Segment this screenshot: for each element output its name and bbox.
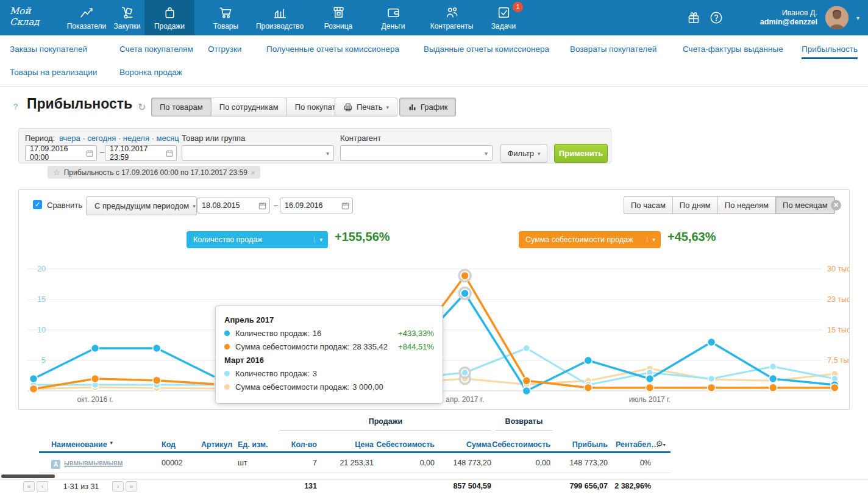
series1-select[interactable]: Количество продаж ▾: [187, 231, 328, 248]
column-header-unit[interactable]: Ед. изм.: [238, 440, 268, 449]
gift-icon[interactable]: [686, 10, 701, 25]
compare-mode-select[interactable]: С предыдущим периодом ▾: [86, 196, 197, 215]
subnav-item-row2-2[interactable]: Воронка продаж: [119, 63, 182, 82]
period-date-to-input[interactable]: 17.10.2017 23:59: [105, 145, 177, 161]
topnav-item-label: Закупки: [114, 22, 141, 30]
subnav-item-6[interactable]: Возвраты покупателей: [570, 40, 656, 59]
calendar-icon[interactable]: [258, 202, 266, 210]
topnav-item-label: Контрагенты: [430, 22, 474, 30]
column-header-price[interactable]: Цена: [317, 440, 374, 449]
apply-button[interactable]: Применить: [554, 144, 608, 163]
last-page-button[interactable]: »: [126, 481, 137, 492]
chip-close-icon[interactable]: ×: [251, 169, 255, 176]
calendar-icon[interactable]: [166, 149, 173, 157]
print-button[interactable]: Печать ▾: [335, 98, 397, 116]
granularity-button-3[interactable]: По неделям: [717, 196, 775, 214]
topnav-item-label: Задачи: [491, 22, 516, 30]
row-cell-price: 21 253,31: [317, 459, 374, 467]
column-header-rcost[interactable]: Себестоимость: [491, 440, 550, 449]
subnav-item-row2-1[interactable]: Товары на реализации: [10, 63, 97, 82]
next-page-button[interactable]: ›: [112, 481, 124, 492]
period-date-from-input[interactable]: 17.09.2016 00:00: [25, 145, 97, 161]
subnav-item-8[interactable]: Прибыльность: [802, 40, 858, 59]
compare-date-from-input[interactable]: 18.08.2015: [197, 198, 270, 213]
row-cell-rent: 0%: [608, 459, 651, 467]
subnav-item-1[interactable]: Заказы покупателей: [10, 40, 87, 59]
tooltip-row: Сумма себестоимости продаж:28 335,42+844…: [224, 342, 434, 351]
tooltip-row-pct: +433,33%: [398, 329, 434, 338]
user-name: Иванов Д.: [760, 9, 817, 18]
row-cell-sum: 148 773,20: [430, 459, 491, 467]
view-button-1[interactable]: По товарам: [151, 98, 211, 116]
topnav-item-retail[interactable]: Розница: [316, 0, 361, 35]
topnav-item-sales[interactable]: Продажи: [144, 0, 194, 35]
chart-toggle-button[interactable]: График: [399, 98, 456, 116]
tooltip-row-value: 3 000,00: [352, 382, 383, 392]
topnav-item-metrics[interactable]: Показатели: [63, 0, 110, 35]
topnav-item-tasks[interactable]: Задачи1: [483, 0, 524, 35]
compare-checkbox[interactable]: ✓: [33, 200, 42, 209]
column-header-sum[interactable]: Сумма: [430, 440, 491, 449]
prev-page-button[interactable]: ‹: [37, 481, 48, 492]
topnav-item-money[interactable]: Деньги: [372, 0, 414, 35]
column-header-art[interactable]: Артикул: [201, 440, 232, 449]
row-cell-rcost: 0,00: [491, 459, 550, 467]
topnav-item-production[interactable]: Производство: [251, 0, 309, 35]
total-qty: 131: [268, 482, 317, 490]
svg-text:7,5 тыс.: 7,5 тыс.: [827, 356, 849, 365]
user-block[interactable]: Иванов Д. admin@denzzel: [760, 9, 817, 27]
column-header-profit[interactable]: Прибыль: [549, 440, 608, 449]
column-header-qty[interactable]: Кол-во: [268, 440, 317, 449]
sales-subnav: Заказы покупателейСчета покупателямОтгру…: [0, 35, 868, 87]
tooltip-row-value: 28 335,42: [352, 342, 388, 351]
subnav-item-2[interactable]: Счета покупателям: [119, 40, 193, 59]
subnav-item-5[interactable]: Выданные отчеты комиссионера: [424, 40, 549, 59]
user-menu-caret-icon[interactable]: ▾: [856, 15, 859, 21]
saved-filter-chip[interactable]: ☆ Прибыльность с 17.09.2016 00:00 по 17.…: [48, 166, 260, 179]
subnav-item-7[interactable]: Счета-фактуры выданные: [683, 40, 783, 59]
topnav-item-goods[interactable]: Товары: [201, 0, 251, 35]
bar-chart-icon: [408, 102, 417, 112]
product-select[interactable]: ▾: [182, 145, 334, 161]
period-link-2[interactable]: сегодня: [87, 134, 116, 143]
period-link-1[interactable]: вчера: [59, 134, 80, 143]
counterparty-label: Контрагент: [340, 134, 381, 143]
counterparty-select[interactable]: ▾: [340, 145, 493, 161]
column-header-name[interactable]: Наименование▼: [51, 440, 114, 449]
filter-button[interactable]: Фильтр ▾: [500, 144, 547, 163]
tooltip-row: Количество продаж:3: [224, 369, 434, 378]
period-link-4[interactable]: месяц: [157, 134, 179, 143]
subnav-item-3[interactable]: Отгрузки: [208, 40, 241, 59]
granularity-button-1[interactable]: По часам: [624, 196, 672, 214]
svg-text:апр. 2017 г.: апр. 2017 г.: [446, 395, 484, 404]
granularity-button-2[interactable]: По дням: [672, 196, 717, 214]
period-link-3[interactable]: неделя: [123, 134, 149, 143]
view-button-2[interactable]: По сотрудникам: [211, 98, 286, 116]
compare-date-to-input[interactable]: 16.09.2016: [280, 198, 353, 213]
series2-select[interactable]: Сумма себестоимости продаж ▾: [519, 231, 661, 248]
row-cell-unit: шт: [238, 459, 247, 467]
calendar-icon[interactable]: [341, 202, 349, 210]
item-name-link[interactable]: ывмывмывмывм: [64, 459, 123, 467]
series-dot-icon: [224, 331, 230, 336]
column-header-cost[interactable]: Себестоимость: [374, 440, 435, 449]
title-help-icon[interactable]: ?: [13, 102, 18, 111]
moysklad-logo[interactable]: Мой Склад: [10, 5, 40, 27]
refresh-icon[interactable]: ↻: [138, 101, 146, 113]
horizontal-scrollbar[interactable]: [1, 474, 55, 478]
first-page-button[interactable]: «: [23, 481, 35, 492]
star-icon[interactable]: ☆: [53, 168, 60, 177]
column-header-code[interactable]: Код: [162, 440, 176, 449]
calendar-icon[interactable]: [86, 149, 93, 157]
column-header-rent[interactable]: Рентабел…: [616, 440, 659, 449]
topnav-item-purchases[interactable]: Закупки: [110, 0, 144, 35]
tooltip-row-value: 16: [313, 329, 321, 338]
topnav-item-partners[interactable]: Контрагенты: [424, 0, 480, 35]
avatar[interactable]: [825, 6, 848, 29]
column-settings-gear-icon[interactable]: ⚙▾: [656, 439, 666, 448]
granularity-button-4[interactable]: По месяцам: [775, 196, 835, 214]
chart-panel: ✓ Сравнить С предыдущим периодом ▾ 18.08…: [18, 189, 850, 410]
subnav-item-4[interactable]: Полученные отчеты комиссионера: [266, 40, 399, 59]
help-icon[interactable]: [709, 10, 724, 25]
chart-close-icon[interactable]: ✕: [831, 200, 841, 210]
